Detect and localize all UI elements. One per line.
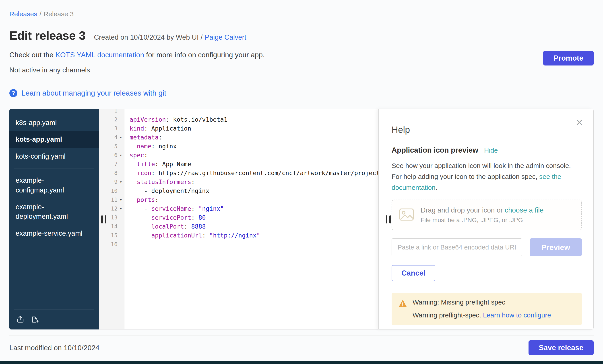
- channel-status: Not active in any channels: [9, 66, 265, 74]
- footer-row: Last modified on 10/10/2024 Save release: [9, 335, 594, 359]
- breadcrumb: Releases/Release 3: [9, 10, 594, 18]
- new-file-icon[interactable]: [31, 315, 39, 323]
- line-number: 12: [111, 205, 117, 212]
- fold-caret-icon[interactable]: ▾: [117, 197, 124, 202]
- upload-file-icon[interactable]: [16, 315, 24, 323]
- fold-caret-icon[interactable]: ▾: [117, 179, 124, 184]
- created-info: Created on 10/10/2024 by Web UI /Paige C…: [94, 33, 246, 41]
- preview-button[interactable]: Preview: [530, 238, 582, 256]
- preflight-warning-box: Warning: Missing preflight spec Warning …: [392, 293, 582, 325]
- line-number: 7: [114, 161, 117, 167]
- yaml-editor[interactable]: 1---2apiVersion: kots.io/v1beta13kind: A…: [99, 109, 378, 330]
- icon-preview-title: Application icon preview: [392, 146, 478, 154]
- code-line-3: 3kind: Application: [99, 124, 378, 133]
- file-item-kots-config.yaml[interactable]: kots-config.yaml: [9, 148, 99, 165]
- fold-caret-icon[interactable]: ▾: [117, 153, 124, 157]
- gutter-cell: 12▾: [99, 205, 124, 212]
- line-number: 2: [114, 116, 117, 123]
- help-resize-handle[interactable]: [386, 215, 391, 223]
- created-author-link[interactable]: Paige Calvert: [205, 33, 246, 41]
- gutter-cell: 4▾: [99, 134, 124, 141]
- dropzone-file-hint: File must be a .PNG, .JPEG, or .JPG: [421, 217, 544, 224]
- warning-body-text: Warning preflight-spec.: [413, 311, 483, 319]
- line-number: 1: [114, 109, 117, 114]
- file-item-kots-app.yaml[interactable]: kots-app.yaml: [9, 131, 99, 148]
- icon-url-input[interactable]: [392, 238, 522, 256]
- file-sidebar: k8s-app.yamlkots-app.yamlkots-config.yam…: [9, 109, 99, 330]
- doc-line: Check out the KOTS YAML documentation fo…: [9, 51, 265, 59]
- icon-preview-description: See how your application icon will look …: [392, 160, 582, 193]
- file-item-example-service.yaml[interactable]: example-service.yaml: [9, 225, 99, 242]
- code-line-1: 1---: [99, 109, 378, 115]
- gutter-cell: 6▾: [99, 152, 124, 158]
- code-line-4: 4▾metadata:: [99, 133, 378, 142]
- warning-title: Warning: Missing preflight spec: [413, 298, 551, 306]
- doc-row: Check out the KOTS YAML documentation fo…: [9, 51, 594, 74]
- image-placeholder-icon: [399, 208, 414, 222]
- icon-preview-section-header: Application icon preview Hide: [392, 146, 582, 154]
- dropzone-main-text: Drag and drop your icon or choose a file: [421, 206, 544, 214]
- warning-body: Warning preflight-spec. Learn how to con…: [413, 311, 551, 319]
- code-text: ports:: [124, 196, 159, 203]
- file-item-example-configmap.yaml[interactable]: example-configmap.yaml: [9, 172, 99, 199]
- file-list: k8s-app.yamlkots-app.yamlkots-config.yam…: [9, 114, 99, 309]
- gutter-cell: 2: [99, 116, 124, 123]
- code-text: kind: Application: [124, 125, 191, 132]
- code-text: icon: https://raw.githubusercontent.com/…: [124, 169, 378, 176]
- question-icon[interactable]: ?: [9, 89, 17, 97]
- code-line-13: 13 servicePort: 80: [99, 213, 378, 222]
- gutter-cell: 1: [99, 109, 124, 114]
- line-number: 6: [114, 152, 117, 158]
- fold-caret-icon[interactable]: ▾: [117, 135, 124, 140]
- code-text: localPort: 8888: [124, 223, 206, 230]
- code-line-6: 6▾spec:: [99, 151, 378, 159]
- editor-lines: 1---2apiVersion: kots.io/v1beta13kind: A…: [99, 109, 378, 249]
- line-number: 11: [111, 197, 117, 203]
- gutter-cell: 16: [99, 241, 124, 247]
- close-icon[interactable]: ✕: [576, 118, 583, 127]
- file-item-example-deployment.yaml[interactable]: example-deployment.yaml: [9, 199, 99, 225]
- code-line-7: 7 title: App Name: [99, 159, 378, 168]
- code-text: servicePort: 80: [124, 214, 206, 221]
- doc-prefix: Check out the: [9, 51, 55, 59]
- file-item-k8s-app.yaml[interactable]: k8s-app.yaml: [9, 114, 99, 131]
- breadcrumb-releases-link[interactable]: Releases: [9, 10, 37, 18]
- gutter-cell: 9▾: [99, 179, 124, 185]
- promote-button[interactable]: Promote: [543, 51, 594, 66]
- gutter-cell: 5: [99, 143, 124, 149]
- choose-file-link[interactable]: choose a file: [505, 206, 544, 214]
- breadcrumb-current: Release 3: [44, 10, 74, 18]
- gutter-cell: 11▾: [99, 197, 124, 203]
- save-release-button[interactable]: Save release: [529, 340, 594, 355]
- line-number: 9: [114, 179, 117, 185]
- sidebar-resize-handle[interactable]: [101, 215, 106, 223]
- description-suffix: .: [436, 184, 437, 191]
- bottom-bar: [0, 361, 603, 364]
- code-line-9: 9▾ statusInformers:: [99, 177, 378, 186]
- doc-suffix: for more info on configuring your app.: [144, 51, 265, 59]
- code-text: spec:: [124, 152, 148, 159]
- release-workspace: k8s-app.yamlkots-app.yamlkots-config.yam…: [9, 109, 594, 330]
- drag-drop-text: Drag and drop your icon or: [421, 206, 505, 214]
- page-title: Edit release 3: [9, 29, 85, 42]
- fold-caret-icon[interactable]: ▾: [117, 206, 124, 211]
- icon-dropzone[interactable]: Drag and drop your icon or choose a file…: [392, 199, 582, 230]
- gutter-cell: 8: [99, 170, 124, 176]
- warning-text-block: Warning: Missing preflight spec Warning …: [413, 298, 551, 325]
- git-help-link[interactable]: Learn about managing your releases with …: [21, 89, 166, 97]
- learn-how-to-configure-link[interactable]: Learn how to configure: [483, 311, 551, 319]
- gutter-cell: 3: [99, 125, 124, 132]
- code-line-12: 12▾ - serviceName: "nginx": [99, 204, 378, 213]
- code-line-14: 14 localPort: 8888: [99, 222, 378, 231]
- gutter-cell: 14: [99, 223, 124, 230]
- kots-yaml-doc-link[interactable]: KOTS YAML documentation: [55, 51, 144, 59]
- code-line-11: 11▾ ports:: [99, 195, 378, 204]
- git-help-row: ? Learn about managing your releases wit…: [9, 89, 594, 97]
- hide-link[interactable]: Hide: [484, 147, 498, 154]
- cancel-button[interactable]: Cancel: [392, 265, 435, 281]
- code-line-10: 10 - deployment/nginx: [99, 186, 378, 195]
- code-text: - deployment/nginx: [124, 187, 209, 194]
- line-number: 15: [111, 232, 117, 239]
- created-text: Created on 10/10/2024 by Web UI /: [94, 33, 202, 41]
- warning-triangle-icon: [398, 299, 407, 325]
